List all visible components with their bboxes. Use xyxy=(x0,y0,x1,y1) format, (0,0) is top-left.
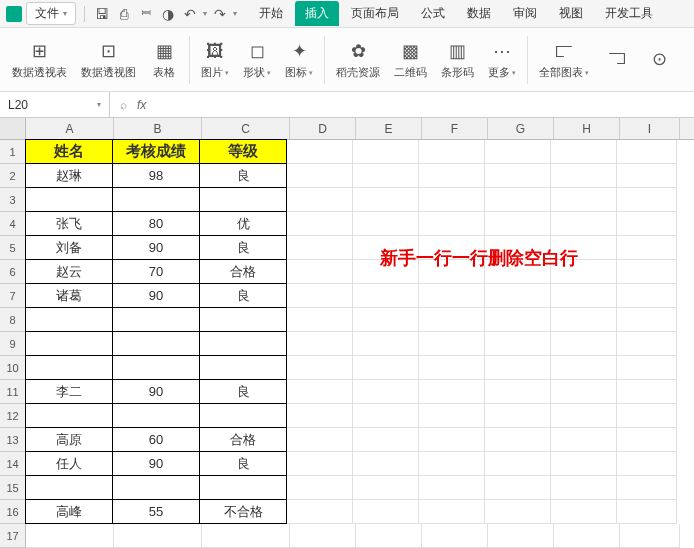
cell-B16[interactable]: 55 xyxy=(112,499,200,524)
cell-D8[interactable] xyxy=(287,308,353,332)
row-header-12[interactable]: 12 xyxy=(0,404,26,428)
row-header-2[interactable]: 2 xyxy=(0,164,26,188)
cell-E9[interactable] xyxy=(353,332,419,356)
cell-E10[interactable] xyxy=(353,356,419,380)
cell-B17[interactable] xyxy=(114,524,202,548)
cell-G17[interactable] xyxy=(488,524,554,548)
cell-G7[interactable] xyxy=(485,284,551,308)
ribbon-表格[interactable]: ▦表格 xyxy=(144,37,184,82)
cell-H9[interactable] xyxy=(551,332,617,356)
spreadsheet-grid[interactable]: ABCDEFGHI 1姓名考核成绩等级2赵琳98良34张飞80优5刘备90良6赵… xyxy=(0,118,694,548)
cell-B3[interactable] xyxy=(112,187,200,212)
save-icon[interactable]: 🖫 xyxy=(93,5,111,23)
cell-G10[interactable] xyxy=(485,356,551,380)
tab-数据[interactable]: 数据 xyxy=(457,1,501,26)
cell-A2[interactable]: 赵琳 xyxy=(25,163,113,188)
ribbon-形状[interactable]: ◻形状▾ xyxy=(237,37,277,82)
cell-D15[interactable] xyxy=(287,476,353,500)
cell-F15[interactable] xyxy=(419,476,485,500)
cell-C15[interactable] xyxy=(199,475,287,500)
cell-I15[interactable] xyxy=(617,476,677,500)
row-header-17[interactable]: 17 xyxy=(0,524,26,548)
save-as-icon[interactable]: ⎙ xyxy=(115,5,133,23)
cell-B1[interactable]: 考核成绩 xyxy=(112,139,200,164)
redo-icon[interactable]: ↷ xyxy=(211,5,229,23)
cell-H13[interactable] xyxy=(551,428,617,452)
row-header-8[interactable]: 8 xyxy=(0,308,26,332)
cell-G11[interactable] xyxy=(485,380,551,404)
cell-A13[interactable]: 高原 xyxy=(25,427,113,452)
cell-G5[interactable] xyxy=(485,236,551,260)
cell-F5[interactable] xyxy=(419,236,485,260)
cell-H3[interactable] xyxy=(551,188,617,212)
cell-D10[interactable] xyxy=(287,356,353,380)
cell-E6[interactable] xyxy=(353,260,419,284)
cell-A11[interactable]: 李二 xyxy=(25,379,113,404)
cell-F9[interactable] xyxy=(419,332,485,356)
cell-G8[interactable] xyxy=(485,308,551,332)
row-header-7[interactable]: 7 xyxy=(0,284,26,308)
cell-I6[interactable] xyxy=(617,260,677,284)
cell-G14[interactable] xyxy=(485,452,551,476)
cell-I4[interactable] xyxy=(617,212,677,236)
cell-B4[interactable]: 80 xyxy=(112,211,200,236)
row-header-14[interactable]: 14 xyxy=(0,452,26,476)
cell-C2[interactable]: 良 xyxy=(199,163,287,188)
tab-开发工具[interactable]: 开发工具 xyxy=(595,1,663,26)
cell-C1[interactable]: 等级 xyxy=(199,139,287,164)
cell-B2[interactable]: 98 xyxy=(112,163,200,188)
cell-I17[interactable] xyxy=(620,524,680,548)
cell-H6[interactable] xyxy=(551,260,617,284)
row-header-5[interactable]: 5 xyxy=(0,236,26,260)
col-header-D[interactable]: D xyxy=(290,118,356,139)
cell-F7[interactable] xyxy=(419,284,485,308)
cell-A12[interactable] xyxy=(25,403,113,428)
ribbon-二维码[interactable]: ▩二维码 xyxy=(388,37,433,82)
cell-F10[interactable] xyxy=(419,356,485,380)
cell-H1[interactable] xyxy=(551,140,617,164)
col-header-F[interactable]: F xyxy=(422,118,488,139)
cell-D11[interactable] xyxy=(287,380,353,404)
tab-公式[interactable]: 公式 xyxy=(411,1,455,26)
cell-E7[interactable] xyxy=(353,284,419,308)
cell-I1[interactable] xyxy=(617,140,677,164)
cell-A6[interactable]: 赵云 xyxy=(25,259,113,284)
cell-C10[interactable] xyxy=(199,355,287,380)
cell-I9[interactable] xyxy=(617,332,677,356)
file-menu[interactable]: 文件 ▾ xyxy=(26,2,76,25)
cell-B15[interactable] xyxy=(112,475,200,500)
ribbon-条形码[interactable]: ▥条形码 xyxy=(435,37,480,82)
row-header-16[interactable]: 16 xyxy=(0,500,26,524)
cell-E14[interactable] xyxy=(353,452,419,476)
cell-G3[interactable] xyxy=(485,188,551,212)
row-header-6[interactable]: 6 xyxy=(0,260,26,284)
cell-A14[interactable]: 任人 xyxy=(25,451,113,476)
cell-A5[interactable]: 刘备 xyxy=(25,235,113,260)
cell-C3[interactable] xyxy=(199,187,287,212)
cell-C8[interactable] xyxy=(199,307,287,332)
cell-B13[interactable]: 60 xyxy=(112,427,200,452)
cell-I2[interactable] xyxy=(617,164,677,188)
cell-F6[interactable] xyxy=(419,260,485,284)
cell-G9[interactable] xyxy=(485,332,551,356)
cell-D7[interactable] xyxy=(287,284,353,308)
cell-G2[interactable] xyxy=(485,164,551,188)
cell-I7[interactable] xyxy=(617,284,677,308)
cell-D12[interactable] xyxy=(287,404,353,428)
cell-H8[interactable] xyxy=(551,308,617,332)
cell-C16[interactable]: 不合格 xyxy=(199,499,287,524)
ribbon-更多[interactable]: ⋯更多▾ xyxy=(482,37,522,82)
cell-G15[interactable] xyxy=(485,476,551,500)
cell-E11[interactable] xyxy=(353,380,419,404)
cell-B6[interactable]: 70 xyxy=(112,259,200,284)
cell-A17[interactable] xyxy=(26,524,114,548)
row-header-4[interactable]: 4 xyxy=(0,212,26,236)
cell-A9[interactable] xyxy=(25,331,113,356)
cell-F8[interactable] xyxy=(419,308,485,332)
cell-E2[interactable] xyxy=(353,164,419,188)
cell-G6[interactable] xyxy=(485,260,551,284)
row-header-15[interactable]: 15 xyxy=(0,476,26,500)
cell-H17[interactable] xyxy=(554,524,620,548)
cell-B9[interactable] xyxy=(112,331,200,356)
cell-B8[interactable] xyxy=(112,307,200,332)
